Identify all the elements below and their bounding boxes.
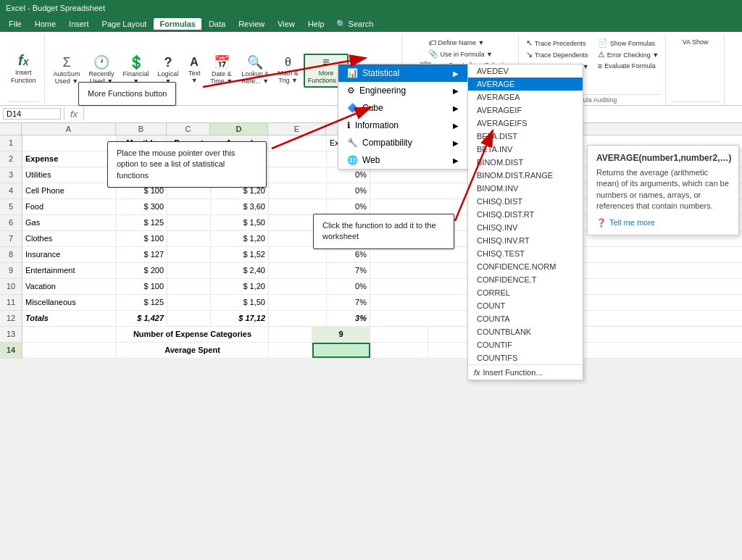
cell-c6[interactable] [167, 215, 211, 230]
tell-me-more-link[interactable]: ❓ Tell me more [596, 218, 730, 227]
cell-b12[interactable]: $ 1,427 [117, 311, 167, 326]
insert-function-btn[interactable]: fx InsertFunction [7, 51, 40, 87]
menu-review[interactable]: Review [233, 18, 270, 30]
stat-item-chisq-inv[interactable]: CHISQ.INV [468, 221, 583, 234]
cell-f14[interactable] [428, 343, 472, 358]
menu-data[interactable]: Data [203, 18, 231, 30]
cell-b7[interactable]: $ 100 [117, 231, 167, 246]
cell-b10[interactable]: $ 100 [117, 279, 167, 294]
cell-f13[interactable] [428, 327, 472, 342]
cell-e1[interactable] [269, 135, 327, 151]
cell-d6[interactable]: $ 1,50 [211, 215, 269, 230]
cell-f6[interactable]: 0% [327, 215, 370, 230]
cell-a3[interactable]: Utilities [22, 167, 117, 183]
cell-e2[interactable] [269, 151, 327, 167]
stat-item-counta[interactable]: COUNTA [468, 312, 583, 325]
cell-a12[interactable]: Totals [22, 311, 117, 326]
col-header-e[interactable]: E [268, 123, 326, 135]
menu-home[interactable]: Home [29, 18, 62, 30]
stat-item-binom-dist-range[interactable]: BINOM.DIST.RANGE [468, 169, 583, 182]
cell-a8[interactable]: Insurance [22, 247, 117, 262]
cell-a7[interactable]: Clothes [22, 231, 117, 246]
cell-c13[interactable] [269, 327, 312, 342]
menu-insert[interactable]: Insert [63, 18, 95, 30]
stat-item-countifs[interactable]: COUNTIFS [468, 351, 583, 364]
cell-b11[interactable]: $ 125 [117, 295, 167, 310]
financial-btn[interactable]: 💲 Financial▼ [120, 54, 153, 88]
cell-d10[interactable]: $ 1,20 [211, 279, 269, 294]
cell-c14[interactable] [269, 343, 312, 358]
recently-used-btn[interactable]: 🕐 RecentlyUsed ▼ [86, 54, 118, 88]
col-header-b[interactable]: B [116, 123, 167, 135]
stat-item-chisq-inv-rt[interactable]: CHISQ.INV.RT [468, 234, 583, 247]
cell-a13[interactable] [22, 327, 117, 342]
stat-item-beta-inv[interactable]: BETA.INV [468, 143, 583, 156]
cell-c8[interactable] [167, 247, 211, 262]
cell-f9[interactable]: 7% [327, 263, 370, 278]
cell-f5[interactable]: 0% [327, 199, 370, 214]
engineering-menu-item[interactable]: ⚙ Engineering ▶ [338, 82, 467, 99]
cell-b13[interactable]: Number of Expense Categories [117, 327, 269, 342]
error-checking-btn[interactable]: ⚠ Error Checking ▼ [596, 49, 661, 60]
stat-item-beta-dist[interactable]: BETA.DIST [468, 130, 583, 143]
cell-c2[interactable]: of [167, 151, 211, 167]
cell-e10[interactable] [269, 279, 327, 294]
cell-d12[interactable]: $ 17,12 [211, 311, 269, 326]
menu-formulas[interactable]: Formulas [154, 18, 201, 30]
stat-item-binom-dist[interactable]: BINOM.DIST [468, 156, 583, 169]
cell-e13[interactable] [370, 327, 428, 342]
cell-c4[interactable] [167, 183, 211, 198]
stat-item-correl[interactable]: CORREL [468, 286, 583, 299]
cell-d8[interactable]: $ 1,52 [211, 247, 269, 262]
cell-c7[interactable] [167, 231, 211, 246]
stat-item-averageif[interactable]: AVERAGEIF [468, 104, 583, 117]
cell-a5[interactable]: Food [22, 199, 117, 214]
cell-f8[interactable]: 6% [327, 247, 370, 262]
cell-b2[interactable]: Spend [117, 151, 167, 167]
cell-b1[interactable]: Monthly [117, 135, 167, 151]
cell-a14[interactable] [22, 343, 117, 358]
stat-item-avedev[interactable]: AVEDEV [468, 64, 583, 78]
cell-e4[interactable] [269, 183, 327, 198]
stat-item-confidence-norm[interactable]: CONFIDENCE.NORM [468, 260, 583, 273]
cell-d2[interactable] [211, 151, 269, 167]
menu-help[interactable]: Help [302, 18, 330, 30]
cell-b4[interactable]: $ 100 [117, 183, 167, 198]
cell-b9[interactable]: $ 200 [117, 263, 167, 278]
logical-btn[interactable]: ? Logical▼ [154, 54, 183, 88]
col-header-a[interactable]: A [22, 123, 116, 135]
cell-c3[interactable] [167, 167, 211, 183]
cell-a10[interactable]: Vacation [22, 279, 117, 294]
stat-item-averagea[interactable]: AVERAGEA [468, 91, 583, 104]
cell-d13[interactable]: 9 [312, 327, 370, 342]
compatibility-menu-item[interactable]: 🔧 Compatibility ▶ [338, 134, 467, 151]
cell-f11[interactable]: 7% [327, 295, 370, 310]
trace-precedents-btn[interactable]: ↖ Trace Precedents [524, 38, 591, 49]
cell-b6[interactable]: $ 125 [117, 215, 167, 230]
cell-b8[interactable]: $ 127 [117, 247, 167, 262]
cell-e8[interactable] [269, 247, 327, 262]
cell-d7[interactable]: $ 1,20 [211, 231, 269, 246]
cell-c11[interactable] [167, 295, 211, 310]
stat-item-confidence-t[interactable]: CONFIDENCE.T [468, 273, 583, 286]
name-box[interactable] [3, 108, 61, 120]
cell-a4[interactable]: Cell Phone [22, 183, 117, 198]
stat-item-chisq-test[interactable]: CHISQ.TEST [468, 247, 583, 260]
cell-d5[interactable]: $ 3,60 [211, 199, 269, 214]
cell-c5[interactable] [167, 199, 211, 214]
use-formula-btn[interactable]: 📎 Use in Formula ▼ [426, 49, 495, 59]
cell-d1[interactable]: Annual [211, 135, 269, 151]
cell-e12[interactable] [269, 311, 327, 326]
cell-e11[interactable] [269, 295, 327, 310]
va-show-btn[interactable]: VA Show [680, 38, 711, 46]
information-menu-item[interactable]: ℹ Information ▶ [338, 117, 467, 134]
autosum-btn[interactable]: Σ AutoSumUsed ▼ [50, 54, 84, 88]
cell-a2[interactable]: Expense [22, 151, 117, 167]
cell-d4[interactable]: $ 1,20 [211, 183, 269, 198]
show-formulas-btn[interactable]: 📄 Show Formulas [596, 38, 661, 49]
evaluate-formula-btn[interactable]: ≡ Evaluate Formula [596, 61, 661, 71]
cell-e6[interactable] [269, 215, 327, 230]
cell-a1[interactable] [22, 135, 117, 151]
stat-item-countif[interactable]: COUNTIF [468, 338, 583, 351]
menu-view[interactable]: View [272, 18, 301, 30]
